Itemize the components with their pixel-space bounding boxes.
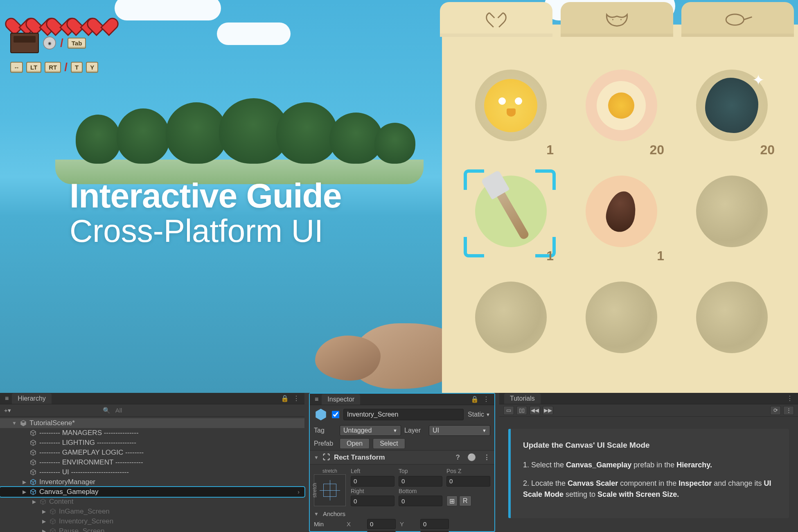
hud-controls-row: ↔ LT RT / T Y [10,61,110,74]
headline-subtitle: Cross-Platform UI [70,212,342,250]
inventory-tabs [440,2,794,37]
posz-input[interactable] [446,476,490,487]
left-input[interactable] [351,476,394,487]
tag-dropdown[interactable]: Untagged▼ [340,425,401,436]
hierarchy-node[interactable]: --------- MANAGERS --------------- [0,428,304,438]
inspector-panel: ≡ Inspector 🔒 ⋮ Static ▼ Tag Untagged▼ L… [309,393,495,532]
tutorial-refresh-button[interactable]: ⟳ [770,406,781,415]
inventory-slot[interactable]: 1 [462,63,560,160]
item-egg-icon [597,81,646,130]
component-menu-icon[interactable]: ⋮ [483,453,490,462]
create-button[interactable]: +▾ [4,407,11,414]
panel-title[interactable]: Hierarchy [12,393,51,404]
tab-cook[interactable] [681,2,794,37]
panel-menu-icon[interactable]: ⋮ [293,394,300,402]
bottom-input[interactable] [399,496,442,506]
gamepad-button-icon: ◉ [43,36,56,50]
item-count: 1 [546,248,554,264]
prefab-label: Prefab [314,440,336,447]
tab-craft[interactable] [440,2,552,37]
tutorial-heading: Update the Canvas' UI Scale Mode [523,440,777,451]
headline-title: Interactive Guide [70,176,342,216]
inventory-slot-selected[interactable]: 1 [462,169,560,266]
layer-dropdown[interactable]: UI▼ [429,425,490,436]
hierarchy-node[interactable]: ▶InGame_Screen [0,507,304,516]
inspector-header: Static ▼ [310,405,494,424]
hierarchy-node[interactable]: --------- GAMEPLAY LOGIC -------- [0,448,304,458]
object-name-input[interactable] [343,409,464,420]
tutorial-next-button[interactable]: ▶▶ [543,406,553,415]
hierarchy-node[interactable]: ▶Inventory_Screen [0,516,304,526]
panel-grip-icon[interactable]: ≡ [5,395,9,402]
anchor-min-x-input[interactable] [367,519,396,529]
anchor-min-y-input[interactable] [420,519,449,529]
enabled-checkbox[interactable] [332,411,339,418]
help-icon[interactable]: ? [456,453,460,462]
hierarchy-node[interactable]: ▶InventoryManager [0,477,304,487]
keycap-y: Y [86,62,98,73]
hierarchy-node[interactable]: --------- ENVIRONMENT ------------ [0,458,304,467]
scene-icon [20,419,27,427]
item-count: 1 [546,142,554,158]
top-input[interactable] [399,476,442,487]
tutorial-prev-button[interactable]: ◀◀ [530,406,540,415]
panel-title[interactable]: Inspector [322,394,360,405]
tree [76,115,121,164]
inventory-slot-empty[interactable] [572,275,670,372]
panel-menu-icon[interactable]: ⋮ [787,394,793,402]
critter-icon [600,9,634,30]
inventory-slot[interactable]: 1 [572,169,670,266]
panel-lock-icon[interactable]: 🔒 [281,394,289,402]
tutorial-column-button[interactable]: ▯▯ [516,406,527,415]
hierarchy-node[interactable]: --------- UI ------------------------- [0,467,304,477]
tutorial-view-button[interactable]: ▭ [503,406,514,415]
keycap-tab: Tab [68,38,86,49]
node-label: --------- GAMEPLAY LOGIC -------- [39,449,144,457]
anchor-preset-button[interactable]: stretch stretch [314,474,346,506]
preset-icon[interactable]: ⚪ [467,453,476,462]
field-label: Right [351,488,394,495]
anchors-header[interactable]: ▼ Anchors [310,509,494,518]
inventory-slot-empty[interactable] [462,275,560,372]
cloud [217,23,291,45]
hierarchy-tree[interactable]: ▼ TutorialScene* --------- MANAGERS ----… [0,417,304,532]
separator-icon: / [64,61,68,74]
node-label: TutorialScene* [29,419,75,427]
hierarchy-node[interactable]: ▶Pause_Screen [0,526,304,532]
hierarchy-node[interactable]: --------- LIGHTING ----------------- [0,438,304,448]
panel-grip-icon[interactable]: ≡ [315,396,318,403]
inventory-slot-empty[interactable] [683,275,781,372]
tutorial-settings-button[interactable]: ⋮ [783,406,794,415]
static-label: Static [468,411,484,418]
panel-tabbar: ≡ Hierarchy 🔒 ⋮ [0,393,304,404]
static-toggle[interactable]: Static ▼ [468,411,490,418]
tab-critters[interactable] [561,2,673,37]
cloud [115,0,221,20]
inventory-slot[interactable]: 20 [683,63,781,160]
panel-title[interactable]: Tutorials [504,393,541,404]
item-seed-icon [603,188,639,234]
anchors-min-row: Min X Y [310,518,494,530]
layer-label: Layer [404,427,426,434]
hud-controls-row: ◉ / Tab [10,33,110,53]
inventory-slot-empty[interactable] [683,169,781,266]
inventory-slot[interactable]: 20 [572,63,670,160]
hierarchy-scene-root[interactable]: ▼ TutorialScene* [0,418,304,428]
panel-menu-icon[interactable]: ⋮ [483,395,489,403]
raw-edit-button[interactable]: R [459,496,471,506]
game-view: ◉ / Tab ↔ LT RT / T Y Interactive Guide … [0,0,798,393]
panel-tabbar: Tutorials ⋮ [499,393,798,404]
prefab-select-button[interactable]: Select [373,438,405,449]
blueprint-mode-button[interactable]: ⊞ [446,496,458,506]
right-input[interactable] [351,496,394,506]
panel-lock-icon[interactable]: 🔒 [471,395,479,403]
heart-icon [92,10,110,27]
inventory-grid: 1 20 20 1 1 [462,63,781,372]
hierarchy-search-input[interactable] [115,407,165,414]
keycap-lt: LT [26,62,41,73]
tree [374,123,415,164]
hierarchy-node[interactable]: ▶Canvas_Gameplay› [0,487,304,497]
hierarchy-node[interactable]: ▶Content [0,497,304,507]
prefab-open-button[interactable]: Open [340,438,370,449]
component-header[interactable]: ▼ ⛶ Rect Transform ? ⚪ ⋮ [310,450,494,464]
